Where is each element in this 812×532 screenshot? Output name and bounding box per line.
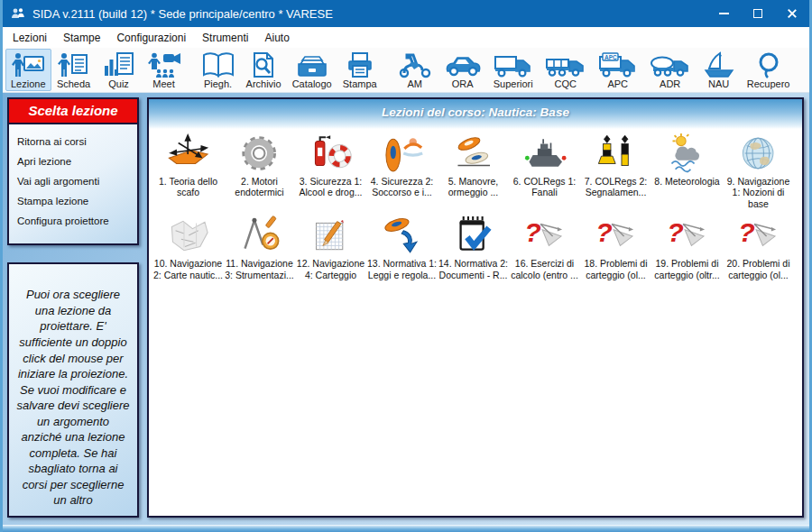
toolbar-button-am[interactable]: AM — [392, 49, 438, 91]
info-box: Puoi ora scegliere una lezione da proiet… — [7, 262, 139, 518]
lesson-row-2: 10. Navigazione 2: Carte nautic... 11. N… — [149, 211, 802, 282]
lesson-label: 8. Meteorologia — [654, 176, 719, 187]
lesson-item-18[interactable]: ? 18. Problemi di carteggio (ol... — [580, 215, 651, 280]
course-lessons-header: Lezioni del corso: Nautica: Base — [149, 99, 802, 129]
close-button[interactable] — [775, 0, 809, 27]
toolbar-button-adr[interactable]: ADR — [644, 49, 697, 91]
toolbar-button-label: ORA — [452, 78, 474, 89]
toolbar-button-label: Meet — [152, 78, 174, 89]
lesson-item-14[interactable]: 14. Normativa 2: Documenti - R... — [438, 215, 509, 280]
lesson-item-4[interactable]: 4. Sicurezza 2: Soccorso e i... — [366, 133, 438, 209]
lesson-label: 16. Esercizi di calcolo (entro ... — [509, 258, 580, 280]
toolbar-button-cqc[interactable]: CQC — [540, 49, 592, 91]
menu-configurazioni[interactable]: Configurazioni — [108, 29, 194, 47]
scooter-icon — [397, 51, 433, 78]
content-area: Scelta lezione Ritorna ai corsi Apri lez… — [3, 93, 809, 525]
toolbar-button-stampa[interactable]: Stampa — [337, 49, 383, 91]
lesson-item-1[interactable]: 1. Teoria dello scafo — [152, 133, 224, 209]
lesson-item-10[interactable]: 10. Navigazione 2: Carte nautic... — [152, 215, 224, 280]
tanker-truck-icon — [650, 51, 691, 78]
lesson-item-16[interactable]: ? 16. Esercizi di calcolo (entro ... — [509, 215, 580, 280]
toolbar-button-label: Archivio — [246, 78, 281, 89]
toolbar-button-label: NAU — [708, 78, 729, 89]
sidebar-menu-items: Ritorna ai corsi Apri lezione Vai agli a… — [9, 124, 137, 231]
divider-compass-icon — [235, 215, 283, 256]
lesson-item-2[interactable]: 2. Motori endotermici — [224, 133, 295, 209]
kayak-swimmer-icon — [377, 133, 426, 174]
truck-icon — [493, 51, 534, 78]
weather-icon — [662, 133, 711, 174]
lesson-item-7[interactable]: 7. COLRegs 2: Segnalamen... — [580, 133, 651, 209]
lesson-label: 9. Navigazione 1: Nozioni di base — [723, 176, 794, 209]
toolbar-button-archivio[interactable]: Archivio — [241, 49, 287, 91]
menu-strumenti[interactable]: Strumenti — [194, 29, 256, 47]
question-plot-icon: ? — [734, 215, 782, 256]
toolbar-button-scheda[interactable]: Scheda — [51, 49, 97, 91]
maximize-button[interactable] — [741, 0, 775, 27]
toolbar-button-label: CQC — [554, 78, 576, 89]
presenter-picture-icon — [11, 51, 45, 78]
lesson-item-6[interactable]: 6. COLRegs 1: Fanali — [509, 133, 580, 209]
lesson-label: 6. COLRegs 1: Fanali — [509, 176, 580, 198]
question-plot-icon: ? — [591, 215, 640, 256]
users-icon — [11, 7, 25, 20]
sidebar-item-stampa-lezione[interactable]: Stampa lezione — [9, 191, 137, 211]
lesson-label: 11. Navigazione 3: Strumentazi... — [224, 258, 295, 280]
sailboat-icon — [702, 51, 736, 78]
toolbar-button-label: Quiz — [108, 78, 129, 89]
toolbar-button-apc[interactable]: APC APC — [592, 49, 644, 91]
toolbar-button-quiz[interactable]: Quiz — [97, 49, 142, 91]
lesson-item-9[interactable]: 9. Navigazione 1: Nozioni di base — [723, 133, 794, 209]
lesson-label: 20. Problemi di carteggio (ol... — [723, 258, 794, 280]
boat-arrow-icon — [377, 215, 426, 256]
menu-lezioni[interactable]: Lezioni — [5, 29, 55, 47]
recovery-loop-icon — [752, 51, 786, 78]
menu-stampe[interactable]: Stampe — [55, 29, 108, 47]
toolbar-button-lezione[interactable]: Lezione — [5, 49, 51, 91]
lesson-label: 14. Normativa 2: Documenti - R... — [438, 258, 509, 280]
toolbar-button-nau[interactable]: NAU — [697, 49, 742, 91]
toolbar-button-label: Piegh. — [204, 78, 232, 89]
toolbar-button-piegh[interactable]: Piegh. — [196, 49, 241, 91]
menu-aiuto[interactable]: Aiuto — [256, 29, 297, 47]
sidebar-item-configura-proiettore[interactable]: Configura proiettore — [9, 211, 137, 231]
notepad-check-icon — [448, 215, 497, 256]
close-icon — [787, 8, 798, 19]
toolbar-button-meet[interactable]: Meet — [142, 49, 187, 91]
svg-text:?: ? — [596, 217, 614, 247]
toolbar-button-superiori[interactable]: Superiori — [487, 49, 540, 91]
question-plot-icon: ? — [520, 215, 568, 256]
toolbar-button-recupero[interactable]: Recupero — [742, 49, 796, 91]
svg-text:APC: APC — [604, 54, 617, 60]
svg-text:?: ? — [668, 217, 685, 247]
main-panel: Lezioni del corso: Nautica: Base 1. Teor… — [147, 97, 804, 518]
lesson-item-11[interactable]: 11. Navigazione 3: Strumentazi... — [224, 215, 295, 280]
lesson-item-8[interactable]: 8. Meteorologia — [651, 133, 723, 209]
sidebar: Scelta lezione Ritorna ai corsi Apri lez… — [7, 97, 139, 518]
apc-truck-icon: APC — [597, 51, 639, 78]
lesson-item-3[interactable]: 3. Sicurezza 1: Alcool e drog... — [295, 133, 366, 209]
sidebar-item-ritorna-ai-corsi[interactable]: Ritorna ai corsi — [9, 132, 137, 151]
presenter-sheet-icon — [57, 51, 91, 78]
toolbar-button-ora[interactable]: ORA — [438, 49, 487, 91]
lesson-item-13[interactable]: 13. Normativa 1: Leggi e regola... — [366, 215, 438, 280]
lesson-item-5[interactable]: 5. Manovre, ormeggio ... — [438, 133, 509, 209]
lesson-item-19[interactable]: ? 19. Problemi di carteggio (oltr... — [651, 215, 723, 280]
lesson-item-12[interactable]: 12. Navigazione 4: Carteggio — [295, 215, 366, 280]
sidebar-item-apri-lezione[interactable]: Apri lezione — [9, 151, 137, 171]
lesson-item-20[interactable]: ? 20. Problemi di carteggio (ol... — [723, 215, 794, 280]
lesson-label: 7. COLRegs 2: Segnalamen... — [580, 176, 651, 198]
minimize-button[interactable] — [706, 0, 741, 27]
toolbar-button-guida[interactable]: ? Guida — [804, 49, 812, 91]
lesson-label: 2. Motori endotermici — [224, 176, 295, 198]
sidebar-item-vai-agli-argomenti[interactable]: Vai agli argomenti — [9, 171, 137, 191]
toolbar-button-label: AM — [407, 78, 422, 89]
lesson-menu-panel: Scelta lezione Ritorna ai corsi Apri lez… — [7, 97, 139, 245]
toolbar-button-catalogo[interactable]: Catalogo — [287, 49, 337, 91]
minimize-icon — [719, 13, 729, 14]
car-icon — [444, 51, 482, 78]
lesson-label: 5. Manovre, ormeggio ... — [438, 176, 509, 198]
window-title: SIDA v.2111 (build 12) * Sede principale… — [32, 7, 333, 21]
hull-axes-icon — [163, 133, 212, 174]
lesson-label: 12. Navigazione 4: Carteggio — [295, 258, 366, 280]
